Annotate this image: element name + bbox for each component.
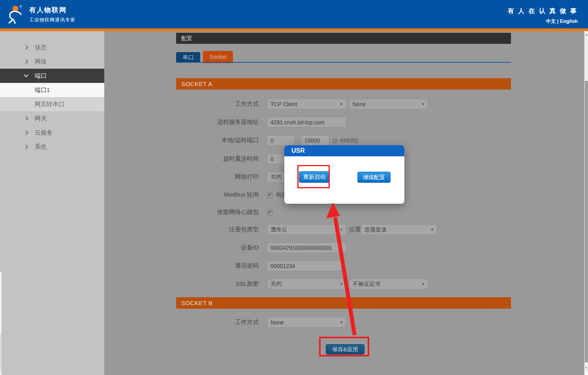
port-range-hint: (1~65535) bbox=[333, 137, 358, 144]
dropdown-arrow-icon: ▼ bbox=[430, 228, 434, 232]
comm-password-label: 通讯密码 bbox=[176, 262, 259, 270]
work-mode-label: 工作方式 bbox=[176, 100, 259, 108]
dropdown-arrow-icon: ▼ bbox=[340, 228, 343, 232]
sidebar-item-system[interactable]: 系统 bbox=[0, 140, 104, 154]
remote-server-input[interactable] bbox=[267, 117, 346, 128]
net-print-label: 网络打印 bbox=[176, 173, 259, 181]
sidebar-item-label: 网关 bbox=[35, 115, 47, 122]
accent-strip bbox=[0, 28, 588, 31]
work-mode-select[interactable]: TCP Client ▼ bbox=[267, 99, 346, 109]
reg-packet-label: 注册包类型 bbox=[176, 226, 259, 233]
registered-mark: ® bbox=[19, 5, 22, 9]
heartbeat-checkbox[interactable]: ✔ bbox=[267, 210, 272, 215]
dropdown-arrow-icon: ▼ bbox=[340, 321, 343, 324]
ssl-cert-value: 不验证证书 bbox=[353, 281, 380, 288]
lang-zh-link[interactable]: 中文 bbox=[546, 19, 556, 24]
reconnect-label: 超时重连时间 bbox=[176, 155, 259, 163]
tabs-underline bbox=[176, 62, 511, 63]
usr-dialog: USR 重新启动 继续配置 bbox=[284, 145, 404, 204]
lang-en-link[interactable]: English bbox=[560, 19, 578, 24]
sidebar-item-port1[interactable]: 端口1 bbox=[0, 83, 104, 97]
work-mode-secondary-value: None bbox=[353, 101, 366, 107]
ssl-select[interactable]: 关闭 ▼ bbox=[267, 279, 346, 289]
restart-button[interactable]: 重新启动 bbox=[299, 171, 330, 183]
save-apply-button[interactable]: 保存&应用 bbox=[326, 344, 364, 354]
continue-config-button[interactable]: 继续配置 bbox=[357, 172, 391, 183]
work-mode-secondary-select[interactable]: None ▼ bbox=[349, 99, 428, 109]
chevron-right-icon bbox=[24, 45, 28, 49]
ssl-value: 关闭 bbox=[271, 281, 282, 288]
scrollbar-thumb[interactable] bbox=[585, 81, 588, 362]
dropdown-arrow-icon: ▼ bbox=[340, 102, 343, 106]
reg-packet-position-label: 位置 bbox=[349, 226, 361, 233]
reg-packet-position-select[interactable]: 连接发送 ▼ bbox=[361, 224, 437, 235]
ports-label: 本地/远程端口 bbox=[176, 137, 259, 144]
sidebar-item-label: 端口 bbox=[35, 72, 47, 80]
work-mode-value: TCP Client bbox=[271, 101, 297, 107]
device-id-label: 设备ID bbox=[176, 244, 259, 251]
language-switch: 中文 | English bbox=[507, 18, 578, 25]
tab-socket[interactable]: Socket bbox=[203, 51, 233, 63]
sidebar-item-gateway[interactable]: 网关 bbox=[0, 111, 104, 126]
sidebar: 状态 网络 端口 端口1 网页转串口 网关 云服务 bbox=[0, 31, 104, 375]
left-scrollbar-thumb bbox=[0, 334, 2, 371]
socket-b-header: SOCKET B bbox=[176, 297, 511, 309]
sidebar-item-web-to-serial[interactable]: 网页转串口 bbox=[0, 97, 104, 111]
reg-packet-select[interactable]: 透传云 ▼ bbox=[267, 224, 346, 235]
sidebar-item-label: 云服务 bbox=[35, 129, 53, 137]
ssl-label: SSL加密 bbox=[176, 280, 259, 288]
dropdown-arrow-icon: ▼ bbox=[421, 282, 425, 286]
sidebar-item-label: 网页转串口 bbox=[35, 101, 64, 108]
usr-dialog-title: USR bbox=[284, 145, 404, 156]
device-id-input[interactable] bbox=[267, 242, 346, 253]
row-ssl: SSL加密 关闭 ▼ 不验证证书 ▼ bbox=[176, 279, 511, 289]
row-ports: 本地/远程端口 (1~65535) bbox=[176, 135, 511, 146]
socket-b-work-mode-label: 工作方式 bbox=[176, 319, 259, 326]
sidebar-item-label: 端口1 bbox=[35, 86, 50, 94]
scroll-down-icon[interactable]: ▼ bbox=[585, 366, 588, 369]
chevron-right-icon bbox=[24, 116, 28, 120]
row-device-id: 设备ID bbox=[176, 242, 511, 253]
chevron-down-icon bbox=[24, 73, 28, 77]
page: ® 有人物联网 工业物联网通讯专家 有 人 在 认 真 做 事 中文 | Eng… bbox=[0, 0, 588, 375]
sidebar-item-status[interactable]: 状态 bbox=[0, 40, 104, 54]
row-work-mode: 工作方式 TCP Client ▼ None ▼ bbox=[176, 99, 511, 109]
sidebar-item-label: 状态 bbox=[35, 44, 47, 51]
row-reg-packet: 注册包类型 透传云 ▼ 位置 连接发送 ▼ bbox=[176, 224, 511, 235]
local-port-input[interactable] bbox=[267, 135, 295, 146]
sidebar-item-label: 网络 bbox=[35, 58, 47, 66]
chevron-right-icon bbox=[24, 144, 28, 149]
socket-b-work-mode-select[interactable]: None ▼ bbox=[267, 317, 346, 328]
chevron-right-icon bbox=[24, 130, 28, 135]
socket-b-work-mode-value: None bbox=[271, 319, 284, 326]
remote-server-label: 远程服务器地址 bbox=[176, 118, 259, 126]
row-remote-server: 远程服务器地址 bbox=[176, 117, 511, 128]
scroll-up-icon[interactable]: ▲ bbox=[585, 33, 588, 36]
ssl-cert-select[interactable]: 不验证证书 ▼ bbox=[349, 279, 428, 289]
header-bar: ® 有人物联网 工业物联网通讯专家 有 人 在 认 真 做 事 中文 | Eng… bbox=[0, 0, 588, 28]
sidebar-item-cloud-service[interactable]: 云服务 bbox=[0, 126, 104, 140]
dropdown-arrow-icon: ▼ bbox=[340, 282, 343, 286]
brand-title: 有人物联网 bbox=[29, 6, 75, 15]
comm-password-input[interactable] bbox=[267, 261, 346, 271]
row-comm-password: 通讯密码 bbox=[176, 261, 511, 271]
brand-subtitle: 工业物联网通讯专家 bbox=[29, 17, 75, 23]
reg-packet-value: 透传云 bbox=[271, 226, 287, 233]
page-title: 配置 bbox=[176, 33, 511, 44]
sidebar-item-label: 系统 bbox=[35, 143, 47, 151]
row-socket-b-work-mode: 工作方式 None ▼ bbox=[176, 317, 511, 328]
dropdown-arrow-icon: ▼ bbox=[421, 102, 425, 106]
socket-a-header: SOCKET A bbox=[176, 78, 511, 90]
slogan-text: 有 人 在 认 真 做 事 bbox=[507, 7, 578, 15]
remote-port-input[interactable] bbox=[301, 135, 329, 146]
chevron-right-icon bbox=[24, 59, 28, 64]
net-print-value: 关闭 bbox=[271, 174, 282, 181]
modbus-poll-checkbox[interactable]: ✔ bbox=[267, 192, 272, 198]
tab-serial[interactable]: 串口 bbox=[176, 52, 200, 62]
sidebar-item-network[interactable]: 网络 bbox=[0, 54, 104, 69]
heartbeat-label: 使能网络心跳包 bbox=[176, 208, 259, 216]
lang-divider: | bbox=[557, 19, 559, 24]
usr-logo-icon: ® bbox=[6, 5, 25, 24]
sidebar-item-port[interactable]: 端口 bbox=[0, 69, 104, 83]
brand: ® 有人物联网 工业物联网通讯专家 bbox=[6, 5, 75, 24]
